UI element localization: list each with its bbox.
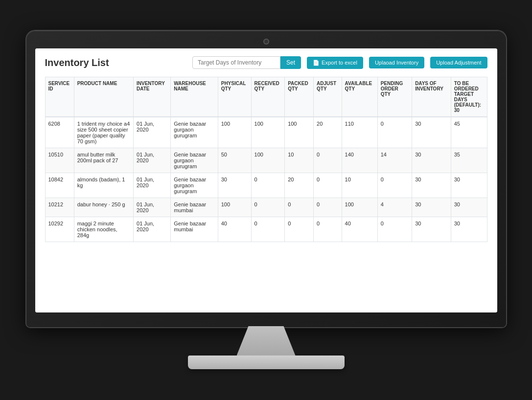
table-cell: 0	[377, 117, 412, 148]
table-cell: Genie bazaar mumbai	[171, 217, 218, 242]
stand-base	[188, 356, 345, 369]
table-cell: 110	[342, 117, 377, 148]
table-cell: 01 Jun, 2020	[134, 148, 171, 173]
table-cell: 0	[377, 217, 412, 242]
col-days-of-inventory: DAYS OF INVENTORY	[412, 77, 451, 117]
camera-dot	[264, 40, 268, 44]
table-cell: 0	[251, 198, 285, 217]
table-cell: 20	[285, 173, 314, 198]
table-cell[interactable]: 1 trident my choice a4 size 500 sheet co…	[74, 117, 133, 148]
table-cell[interactable]: 10212	[45, 198, 74, 217]
col-adjust-qty: ADJUST QTY	[314, 77, 342, 117]
table-cell: 100	[218, 198, 251, 217]
table-cell: 10	[342, 173, 377, 198]
table-cell: 0	[251, 217, 285, 242]
table-cell: 0	[314, 148, 342, 173]
table-cell: 30	[412, 198, 451, 217]
col-available-qty: AVAILABLE QTY	[342, 77, 377, 117]
col-physical-qty: PHYSICAL QTY	[218, 77, 251, 117]
table-row: 10510amul butter milk 200ml pack of 2701…	[45, 148, 487, 173]
table-cell: 0	[314, 217, 342, 242]
page-title: Inventory List	[45, 57, 187, 68]
table-cell: Genie bazaar gurgaon gurugram	[171, 173, 218, 198]
col-received-qty: RECEIVED QTY	[251, 77, 285, 117]
col-to-be-ordered: TO BE ORDEREDTARGET DAYS(DEFAULT): 30	[451, 77, 487, 117]
table-header: SERVICE ID PRODUCT NAME INVENTORY DATE W…	[45, 77, 487, 117]
table-cell: 100	[218, 117, 251, 148]
col-service-id: SERVICE ID	[45, 77, 74, 117]
table-row: 10292maggi 2 minute chicken noodles, 284…	[45, 217, 487, 242]
table-cell: 01 Jun, 2020	[134, 198, 171, 217]
table-cell: 0	[314, 173, 342, 198]
table-cell: 0	[377, 173, 412, 198]
table-cell: 30	[218, 173, 251, 198]
table-cell[interactable]: 10292	[45, 217, 74, 242]
table-cell: 0	[285, 198, 314, 217]
table-cell: 30	[412, 148, 451, 173]
col-packed-qty: PACKED QTY	[285, 77, 314, 117]
excel-icon: 📄	[313, 60, 320, 66]
table-cell: 40	[218, 217, 251, 242]
table-cell: 50	[218, 148, 251, 173]
table-cell: 140	[342, 148, 377, 173]
header-row: SERVICE ID PRODUCT NAME INVENTORY DATE W…	[45, 77, 487, 117]
table-cell[interactable]: maggi 2 minute chicken noodles, 284g	[74, 217, 133, 242]
table-cell: 0	[251, 173, 285, 198]
screen: Inventory List Set 📄 Export to excel Upl…	[35, 48, 497, 312]
app-container: Inventory List Set 📄 Export to excel Upl…	[35, 48, 497, 312]
table-cell: Genie bazaar gurgaon gurugram	[171, 117, 218, 148]
stand-neck	[237, 326, 296, 356]
upload-adjustment-button[interactable]: Upload Adjustment	[430, 57, 487, 68]
table-cell: 100	[342, 198, 377, 217]
col-pending-order-qty: PENDING ORDER QTY	[377, 77, 412, 117]
table-cell: 30	[412, 217, 451, 242]
table-cell: 30	[412, 173, 451, 198]
table-cell[interactable]: 10510	[45, 148, 74, 173]
table-cell[interactable]: 10842	[45, 173, 74, 198]
table-cell: Genie bazaar gurgaon gurugram	[171, 148, 218, 173]
table-cell: 100	[285, 117, 314, 148]
table-cell: 45	[451, 117, 487, 148]
table-cell: 30	[451, 198, 487, 217]
table-cell: 10	[285, 148, 314, 173]
set-button[interactable]: Set	[280, 56, 301, 69]
upload-inventory-button[interactable]: Uplaoad Inventory	[369, 57, 424, 68]
table-cell: 30	[412, 117, 451, 148]
table-row: 10842almonds (badam), 1 kg01 Jun, 2020Ge…	[45, 173, 487, 198]
table-cell: 40	[342, 217, 377, 242]
table-cell[interactable]: amul butter milk 200ml pack of 27	[74, 148, 133, 173]
col-product-name: PRODUCT NAME	[74, 77, 133, 117]
table-cell: 01 Jun, 2020	[134, 217, 171, 242]
table-cell: 30	[451, 217, 487, 242]
table-cell: 0	[285, 217, 314, 242]
monitor-bezel: Inventory List Set 📄 Export to excel Upl…	[26, 31, 506, 327]
app-header: Inventory List Set 📄 Export to excel Upl…	[45, 56, 487, 69]
table-container: SERVICE ID PRODUCT NAME INVENTORY DATE W…	[45, 77, 487, 242]
table-body: 62081 trident my choice a4 size 500 shee…	[45, 117, 487, 242]
export-excel-button[interactable]: 📄 Export to excel	[307, 57, 363, 69]
table-cell[interactable]: dabur honey · 250 g	[74, 198, 133, 217]
table-row: 62081 trident my choice a4 size 500 shee…	[45, 117, 487, 148]
col-warehouse-name: WAREHOUSE NAME	[171, 77, 218, 117]
table-cell: 4	[377, 198, 412, 217]
col-inventory-date: INVENTORY DATE	[134, 77, 171, 117]
table-row: 10212dabur honey · 250 g01 Jun, 2020Geni…	[45, 198, 487, 217]
table-cell[interactable]: 6208	[45, 117, 74, 148]
table-cell: 100	[251, 117, 285, 148]
target-days-input[interactable]	[192, 56, 280, 69]
table-cell: 01 Jun, 2020	[134, 173, 171, 198]
table-cell: Genie bazaar mumbai	[171, 198, 218, 217]
table-cell: 100	[251, 148, 285, 173]
target-input-group: Set	[192, 56, 301, 69]
inventory-table: SERVICE ID PRODUCT NAME INVENTORY DATE W…	[45, 77, 487, 242]
table-cell[interactable]: almonds (badam), 1 kg	[74, 173, 133, 198]
table-cell: 20	[314, 117, 342, 148]
table-cell: 0	[314, 198, 342, 217]
table-cell: 30	[451, 173, 487, 198]
table-cell: 14	[377, 148, 412, 173]
table-cell: 35	[451, 148, 487, 173]
monitor-wrapper: Inventory List Set 📄 Export to excel Upl…	[26, 31, 506, 369]
table-cell: 01 Jun, 2020	[134, 117, 171, 148]
